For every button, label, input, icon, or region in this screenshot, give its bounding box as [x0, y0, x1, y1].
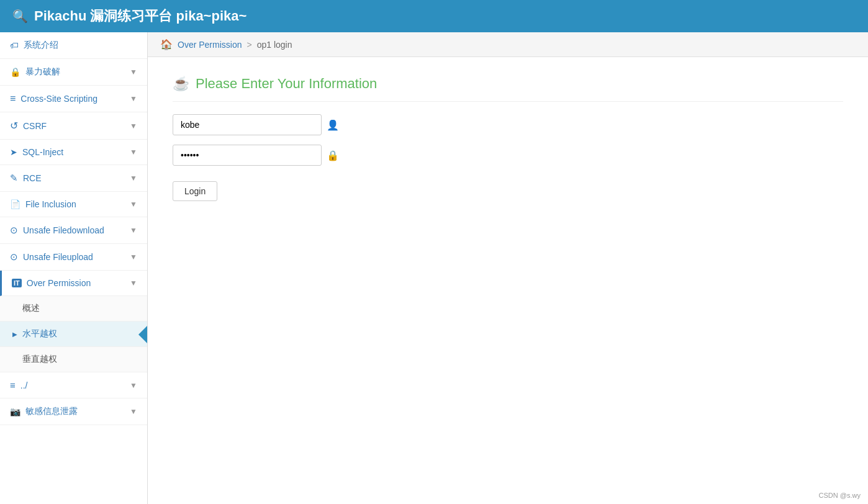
chevron-icon: ▼ [130, 279, 137, 287]
sidebar-item-dotdot[interactable]: ≡ ../ ▼ [0, 372, 147, 398]
app-header: 🔍 Pikachu 漏洞练习平台 pika~pika~ [0, 0, 868, 32]
breadcrumb: 🏠 Over Permission > op1 login [148, 32, 868, 57]
upload-icon: ⊙ [10, 251, 18, 263]
chevron-icon: ▼ [130, 94, 137, 103]
breadcrumb-separator: > [246, 40, 251, 50]
sidebar-item-xss[interactable]: ≡ Cross-Site Scripting ▼ [0, 86, 147, 112]
password-group: 🔒 [173, 145, 843, 166]
username-group: 👤 [173, 114, 843, 135]
header-title: Pikachu 漏洞练习平台 pika~pika~ [34, 7, 246, 25]
over-permission-submenu: 概述 水平越权 垂直越权 [0, 296, 147, 372]
login-button-container: Login [173, 175, 843, 201]
sidebar-item-sql[interactable]: ➤ SQL-Inject ▼ [0, 140, 147, 165]
active-arrow-indicator [138, 326, 147, 343]
main-content: 🏠 Over Permission > op1 login ☕ Please E… [148, 32, 868, 504]
chevron-icon: ▼ [130, 122, 137, 130]
submenu-item-horizontal[interactable]: 水平越权 [0, 322, 147, 347]
breadcrumb-parent[interactable]: Over Permission [178, 40, 242, 50]
sidebar-item-sensitive[interactable]: 📷 敏感信息泄露 ▼ [0, 398, 147, 425]
sidebar-item-rce[interactable]: ✎ RCE ▼ [0, 165, 147, 192]
sql-icon: ➤ [10, 147, 17, 157]
chevron-icon: ▼ [130, 174, 137, 182]
csrf-icon: ↺ [10, 120, 18, 132]
xss-icon: ≡ [10, 93, 16, 104]
lock-field-icon: 🔒 [327, 150, 339, 161]
watermark: CSDN @s.wy [819, 492, 861, 499]
username-input[interactable] [173, 114, 322, 135]
sidebar: 🏷 系统介绍 🔒 暴力破解 ▼ ≡ Cross-Site Scripting ▼… [0, 32, 148, 504]
download-icon: ⊙ [10, 225, 18, 236]
sidebar-item-sys-intro[interactable]: 🏷 系统介绍 [0, 32, 147, 59]
chevron-icon: ▼ [130, 226, 137, 235]
sidebar-item-file-download[interactable]: ⊙ Unsafe Filedownload ▼ [0, 217, 147, 244]
content-area: ☕ Please Enter Your Information 👤 🔒 Logi… [148, 57, 868, 220]
login-button[interactable]: Login [173, 181, 217, 201]
sensitive-icon: 📷 [10, 407, 20, 416]
submenu-item-overview[interactable]: 概述 [0, 296, 147, 322]
home-icon: 🏠 [160, 38, 173, 50]
file-icon: 📄 [10, 199, 20, 209]
chevron-icon: ▼ [130, 200, 137, 209]
perm-icon: IT [12, 279, 22, 287]
chevron-icon: ▼ [130, 68, 137, 76]
tag-icon: 🏷 [10, 40, 19, 50]
password-input[interactable] [173, 145, 322, 166]
sidebar-item-csrf[interactable]: ↺ CSRF ▼ [0, 112, 147, 140]
rce-icon: ✎ [10, 173, 18, 184]
chevron-icon: ▼ [130, 381, 137, 390]
lock-icon: 🔒 [10, 67, 20, 77]
header-icon: 🔍 [12, 9, 28, 24]
sidebar-item-over-permission[interactable]: IT Over Permission ▼ [0, 271, 147, 296]
chevron-icon: ▼ [130, 407, 137, 416]
form-title: Please Enter Your Information [196, 76, 377, 92]
submenu-item-horizontal-wrap: 水平越权 [0, 322, 147, 347]
user-icon: 👤 [327, 119, 339, 131]
dotdot-icon: ≡ [10, 380, 16, 390]
breadcrumb-current: op1 login [257, 40, 292, 50]
sidebar-item-file-inclusion[interactable]: 📄 File Inclusion ▼ [0, 192, 147, 217]
chevron-icon: ▼ [130, 148, 137, 156]
coffee-icon: ☕ [173, 76, 189, 92]
sidebar-item-file-upload[interactable]: ⊙ Unsafe Fileupload ▼ [0, 244, 147, 271]
section-title: ☕ Please Enter Your Information [173, 76, 843, 102]
sidebar-item-brute-force[interactable]: 🔒 暴力破解 ▼ [0, 59, 147, 86]
chevron-icon: ▼ [130, 253, 137, 261]
submenu-item-vertical[interactable]: 垂直越权 [0, 347, 147, 372]
